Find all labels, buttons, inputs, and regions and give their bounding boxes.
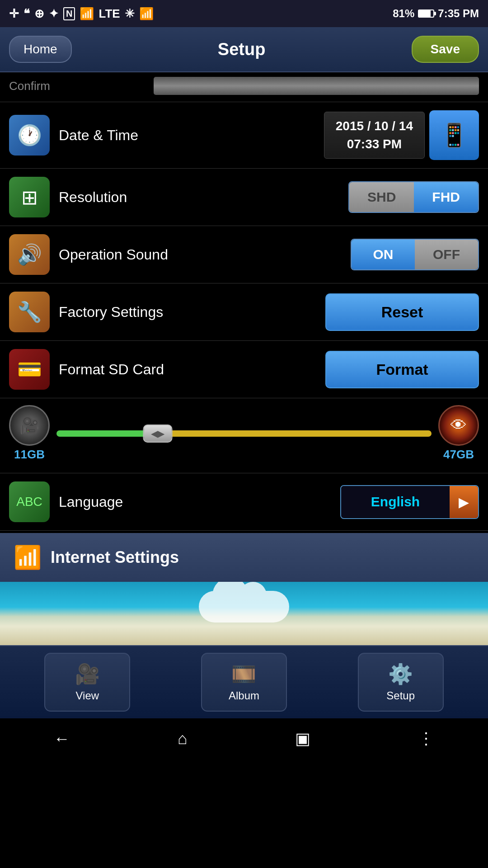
clock: 7:35 PM xyxy=(438,7,479,20)
storage-right: 👁 47GB xyxy=(438,405,479,462)
language-label: Language xyxy=(59,494,340,510)
internet-settings-label: Internet Settings xyxy=(51,548,179,567)
factory-reset-button[interactable]: Reset xyxy=(325,293,479,331)
back-button[interactable]: ← xyxy=(36,722,88,755)
resolution-shd-button[interactable]: SHD xyxy=(349,182,414,212)
status-bar: ✛ ❝ ⊕ ✦ N 📶 LTE ✳ 📶 81% 7:35 PM xyxy=(0,0,488,27)
operation-sound-control: ON OFF xyxy=(351,239,479,270)
home-system-button[interactable]: ⌂ xyxy=(160,722,206,755)
confirm-row: Confirm xyxy=(0,72,488,102)
signal-dots-icon: ✳ xyxy=(125,7,135,21)
operation-sound-row: 🔊 Operation Sound ON OFF xyxy=(0,226,488,283)
page-title: Setup xyxy=(218,40,266,59)
date-value: 2015 / 10 / 14 xyxy=(336,119,413,133)
language-next-button[interactable]: ▶ xyxy=(450,486,478,518)
factory-settings-row: 🔧 Factory Settings Reset xyxy=(0,283,488,341)
recents-button[interactable]: ▣ xyxy=(277,722,328,755)
home-button[interactable]: Home xyxy=(9,36,72,63)
datetime-label: Date & Time xyxy=(59,127,324,144)
factory-settings-label: Factory Settings xyxy=(59,304,325,321)
gps-icon: ⊕ xyxy=(34,7,44,21)
datetime-sync-button[interactable]: 📱 xyxy=(429,110,479,160)
format-button[interactable]: Format xyxy=(325,351,479,388)
operation-sound-label: Operation Sound xyxy=(59,246,351,263)
language-selector[interactable]: English ▶ xyxy=(340,485,479,519)
album-nav-button[interactable]: 🎞️ Album xyxy=(201,653,287,712)
setup-label: Setup xyxy=(386,689,415,702)
language-value: English xyxy=(341,486,450,518)
landscape-preview xyxy=(0,582,488,645)
storage-right-gb: 47GB xyxy=(443,448,474,462)
battery-percent: 81% xyxy=(393,7,414,20)
datetime-control: 2015 / 10 / 14 07:33 PM 📱 xyxy=(324,110,479,160)
status-left: ✛ ❝ ⊕ ✦ N 📶 LTE ✳ 📶 xyxy=(9,7,154,21)
storage-right-icon: 👁 xyxy=(438,405,479,446)
language-row: ABC Language English ▶ xyxy=(0,473,488,531)
storage-slider-thumb[interactable]: ◀▶ xyxy=(143,425,173,443)
battery-icon xyxy=(418,9,434,18)
sound-toggle-group: ON OFF xyxy=(351,239,479,270)
save-button[interactable]: Save xyxy=(412,36,479,63)
view-nav-button[interactable]: 🎥 View xyxy=(44,653,130,712)
settings-container: Confirm 🕐 Date & Time 2015 / 10 / 14 07:… xyxy=(0,72,488,531)
signal-bars-icon: 📶 xyxy=(139,7,154,21)
quote-icon: ❝ xyxy=(23,7,30,21)
format-sd-label: Format SD Card xyxy=(59,361,325,378)
wifi-icon: 📶 xyxy=(80,7,94,21)
confirm-bar xyxy=(154,77,479,95)
datetime-box[interactable]: 2015 / 10 / 14 07:33 PM xyxy=(324,112,425,159)
operation-sound-icon: 🔊 xyxy=(9,234,50,275)
resolution-label: Resolution xyxy=(59,189,348,206)
nfc-icon: N xyxy=(63,7,75,20)
resolution-icon: ⊞ xyxy=(9,177,50,217)
internet-settings-section[interactable]: 📶 Internet Settings xyxy=(0,533,488,582)
storage-left: 🎥 11GB xyxy=(9,405,50,462)
view-icon: 🎥 xyxy=(75,662,100,686)
cloud-shape xyxy=(199,591,289,623)
format-sd-control: Format xyxy=(325,351,479,388)
header: Home Setup Save xyxy=(0,27,488,72)
resolution-row: ⊞ Resolution SHD FHD xyxy=(0,169,488,226)
status-right: 81% 7:35 PM xyxy=(393,7,479,20)
view-label: View xyxy=(76,689,99,702)
sound-on-button[interactable]: ON xyxy=(352,240,415,269)
storage-row: 🎥 11GB ◀▶ 👁 47GB xyxy=(0,398,488,473)
storage-inner: 🎥 11GB ◀▶ 👁 47GB xyxy=(9,405,479,462)
format-sd-icon: 💳 xyxy=(9,349,50,390)
time-value: 07:33 PM xyxy=(336,137,413,151)
system-nav: ← ⌂ ▣ ⋮ xyxy=(0,718,488,759)
storage-left-icon: 🎥 xyxy=(9,405,50,446)
format-sd-row: 💳 Format SD Card Format xyxy=(0,341,488,398)
language-control: English ▶ xyxy=(340,485,479,519)
setup-nav-button[interactable]: ⚙️ Setup xyxy=(358,653,444,712)
factory-settings-icon: 🔧 xyxy=(9,292,50,332)
language-icon: ABC xyxy=(9,481,50,522)
album-icon: 🎞️ xyxy=(231,662,256,686)
resolution-control: SHD FHD xyxy=(348,181,479,213)
storage-left-gb: 11GB xyxy=(14,448,45,462)
resolution-fhd-button[interactable]: FHD xyxy=(414,182,478,212)
wifi-large-icon: 📶 xyxy=(14,544,42,571)
setup-icon: ⚙️ xyxy=(388,662,413,686)
menu-button[interactable]: ⋮ xyxy=(400,722,452,755)
confirm-label: Confirm xyxy=(9,79,145,93)
album-label: Album xyxy=(229,689,259,702)
datetime-row: 🕐 Date & Time 2015 / 10 / 14 07:33 PM 📱 xyxy=(0,102,488,169)
factory-settings-control: Reset xyxy=(325,293,479,331)
lte-label: LTE xyxy=(99,7,120,21)
bluetooth-icon: ✦ xyxy=(49,7,59,21)
sound-off-button[interactable]: OFF xyxy=(415,240,478,269)
bottom-nav: 🎥 View 🎞️ Album ⚙️ Setup xyxy=(0,645,488,718)
datetime-icon: 🕐 xyxy=(9,115,50,156)
add-icon: ✛ xyxy=(9,7,19,21)
resolution-toggle-group: SHD FHD xyxy=(348,181,479,213)
